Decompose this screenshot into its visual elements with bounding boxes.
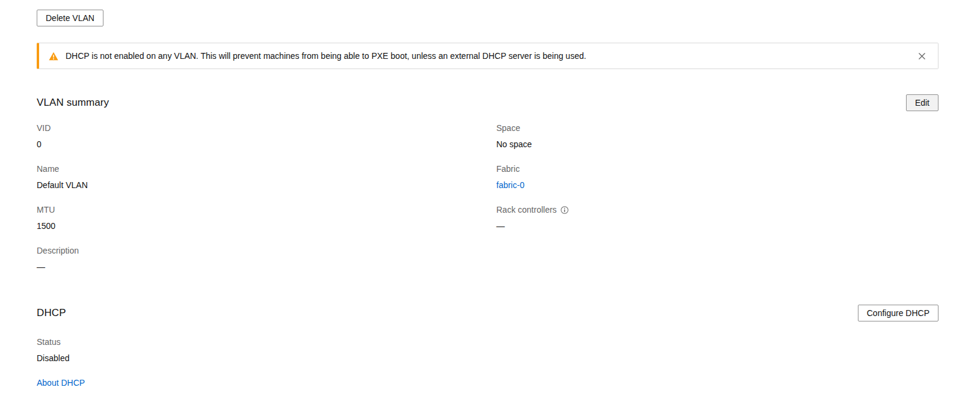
- dhcp-title: DHCP: [37, 307, 66, 319]
- info-circle-icon[interactable]: [561, 206, 569, 214]
- warning-message: DHCP is not enabled on any VLAN. This wi…: [66, 50, 586, 61]
- delete-vlan-button[interactable]: Delete VLAN: [37, 10, 103, 26]
- dhcp-header: DHCP Configure DHCP: [37, 305, 938, 321]
- warning-triangle-icon: [49, 52, 58, 61]
- status-label: Status: [37, 337, 938, 347]
- vlan-summary-section: VLAN summary Edit VID 0 Name Default VLA…: [37, 94, 938, 287]
- vlan-summary-title: VLAN summary: [37, 97, 109, 109]
- vid-field: VID 0: [37, 123, 496, 149]
- vid-label: VID: [37, 123, 496, 133]
- fabric-label: Fabric: [496, 164, 938, 174]
- rack-controllers-label-row: Rack controllers: [496, 205, 938, 215]
- edit-button[interactable]: Edit: [906, 94, 938, 111]
- fabric-field: Fabric fabric-0: [496, 164, 938, 190]
- mtu-value: 1500: [37, 221, 496, 231]
- name-label: Name: [37, 164, 496, 174]
- vlan-details-page: Delete VLAN DHCP is not enabled on any V…: [0, 0, 980, 408]
- fabric-link[interactable]: fabric-0: [496, 180, 525, 190]
- vlan-summary-right-column: Space No space Fabric fabric-0 Rack cont…: [496, 123, 938, 287]
- name-field: Name Default VLAN: [37, 164, 496, 190]
- name-value: Default VLAN: [37, 180, 496, 190]
- mtu-field: MTU 1500: [37, 205, 496, 231]
- description-label: Description: [37, 246, 496, 255]
- description-field: Description —: [37, 246, 496, 272]
- dhcp-fields: Status Disabled About DHCP: [37, 337, 938, 388]
- status-field: Status Disabled: [37, 337, 938, 363]
- vlan-summary-header: VLAN summary Edit: [37, 94, 938, 111]
- space-label: Space: [496, 123, 938, 133]
- dhcp-warning-banner: DHCP is not enabled on any VLAN. This wi…: [37, 43, 938, 69]
- space-value: No space: [496, 139, 938, 149]
- rack-controllers-value: —: [496, 221, 938, 231]
- configure-dhcp-button[interactable]: Configure DHCP: [858, 305, 938, 321]
- mtu-label: MTU: [37, 205, 496, 215]
- description-value: —: [37, 262, 496, 272]
- space-field: Space No space: [496, 123, 938, 149]
- about-dhcp-link[interactable]: About DHCP: [37, 378, 85, 388]
- close-icon[interactable]: [916, 51, 928, 61]
- status-value: Disabled: [37, 353, 938, 363]
- vlan-summary-fields: VID 0 Name Default VLAN MTU 1500 Descrip…: [37, 123, 938, 287]
- rack-controllers-label: Rack controllers: [496, 205, 556, 215]
- vlan-summary-left-column: VID 0 Name Default VLAN MTU 1500 Descrip…: [37, 123, 496, 287]
- vid-value: 0: [37, 139, 496, 149]
- dhcp-section: DHCP Configure DHCP Status Disabled Abou…: [37, 305, 938, 388]
- rack-controllers-field: Rack controllers —: [496, 205, 938, 231]
